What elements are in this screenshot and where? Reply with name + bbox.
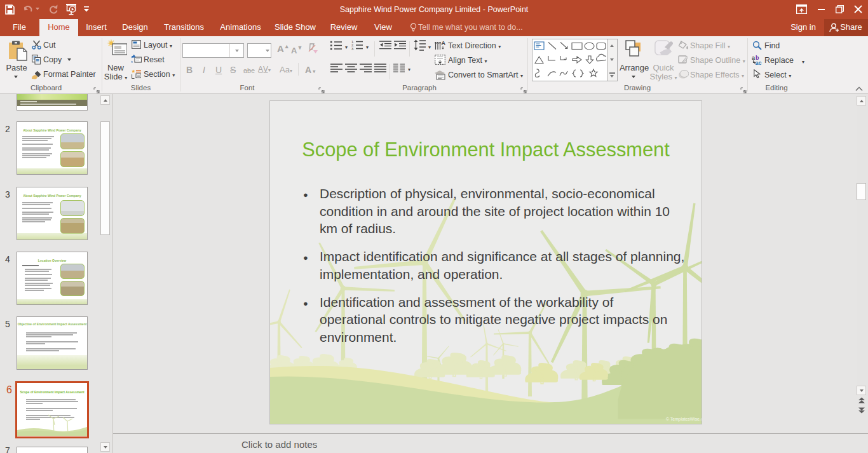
svg-text:© TemplatesWise.com: © TemplatesWise.com xyxy=(666,417,702,422)
svg-text:A: A xyxy=(442,40,446,46)
svg-text:3.: 3. xyxy=(351,47,355,50)
svg-text:ac: ac xyxy=(756,60,762,65)
